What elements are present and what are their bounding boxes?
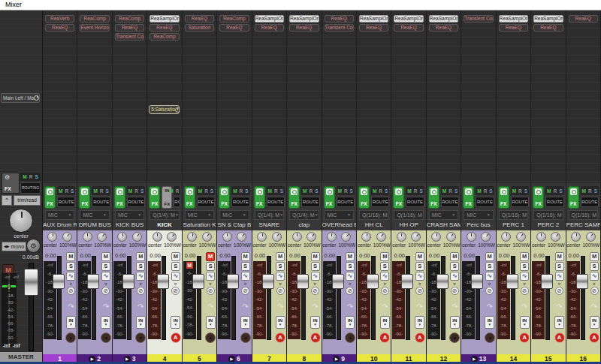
track-number[interactable]: 16 — [566, 354, 600, 364]
width-knob[interactable] — [376, 232, 386, 242]
fx-chain-area[interactable]: ReaSamplOmReaEQReaComp — [147, 11, 181, 183]
pan-knob[interactable] — [467, 232, 476, 242]
volume-value[interactable]: 0.00 — [569, 252, 580, 259]
monitor-input-button[interactable]: IN ▼ — [101, 316, 110, 329]
monitor-input-button[interactable]: IN ▼ — [171, 316, 180, 329]
solo-button[interactable]: S — [311, 262, 320, 271]
phase-button[interactable]: ⊘ — [67, 287, 75, 295]
mute-solo-indicators[interactable]: M R S — [337, 186, 355, 195]
master-mute-solo-indicators[interactable]: M R S — [20, 173, 41, 181]
fx-chain-area[interactable]: ReaEQ — [566, 11, 600, 183]
mute-solo-indicators[interactable]: M R S — [371, 186, 389, 195]
fx-button[interactable]: FX — [358, 186, 370, 209]
volume-fader[interactable] — [127, 256, 131, 340]
width-knob[interactable] — [446, 232, 456, 242]
track-name[interactable]: KICK — [147, 220, 181, 230]
monitor-input-button[interactable]: IN ▼ — [590, 316, 599, 329]
track-name[interactable]: PERC SAMPI — [566, 220, 600, 230]
fx-slot[interactable]: ReaEQ — [569, 15, 598, 23]
pan-knob[interactable] — [327, 232, 337, 242]
mute-button[interactable]: M — [415, 252, 424, 261]
track-name[interactable]: HH OP — [391, 220, 425, 230]
fx-button[interactable]: FX — [393, 186, 404, 209]
fx-slot[interactable]: ReaSamplOm — [394, 15, 423, 23]
mute-button[interactable]: M — [380, 252, 389, 261]
phase-button[interactable]: ⊘ — [276, 287, 285, 295]
track-number[interactable]: 12 — [427, 354, 461, 364]
route-button[interactable]: ROUTE — [231, 197, 249, 207]
track-name[interactable]: DRUM BUS — [77, 220, 111, 230]
record-arm-button[interactable] — [449, 332, 460, 343]
phase-button[interactable]: ⊘ — [415, 287, 424, 295]
mute-solo-indicators[interactable]: M R S — [406, 186, 424, 195]
pan-knob[interactable] — [571, 232, 581, 242]
send-pill[interactable]: 5:Saturatio — [149, 105, 179, 114]
volume-fader[interactable] — [545, 256, 550, 340]
solo-button[interactable]: S — [136, 262, 145, 271]
monitor-input-button[interactable]: IN ▼ — [240, 316, 250, 329]
fx-button[interactable]: FX — [254, 186, 265, 209]
master-automation-mode-button[interactable]: trim/read — [14, 195, 41, 206]
fx-slot[interactable]: ReaEQ — [394, 24, 423, 32]
fader-handle[interactable] — [53, 274, 65, 289]
fx-chain-area[interactable]: ReaVerbReaEQ — [43, 11, 77, 183]
solo-button[interactable]: S — [415, 262, 424, 271]
width-knob[interactable] — [307, 232, 316, 242]
width-knob[interactable] — [516, 232, 526, 242]
master-output-knob[interactable] — [34, 95, 39, 101]
track-name[interactable]: SNARE — [252, 220, 286, 230]
width-knob[interactable] — [586, 232, 596, 242]
fx-slot[interactable]: ReaSamplOm — [149, 15, 179, 23]
mute-button[interactable]: M — [346, 252, 355, 261]
track-number[interactable]: 11 — [391, 354, 425, 364]
route-button[interactable]: ROUTE — [371, 197, 389, 207]
master-output-send[interactable]: Main Left / Ma — [1, 93, 40, 103]
monitor-input-button[interactable]: IN ▼ — [206, 316, 216, 329]
volume-value[interactable]: 0.00 — [499, 252, 510, 259]
volume-value[interactable]: 0.00 — [185, 252, 196, 259]
pan-knob[interactable] — [501, 232, 511, 242]
fx-button[interactable]: FX — [533, 186, 544, 209]
fader-handle[interactable] — [436, 274, 448, 289]
route-button[interactable]: ROUTE — [545, 197, 563, 207]
fx-slot[interactable]: ReaSamplOm — [499, 15, 528, 23]
width-knob[interactable] — [481, 232, 491, 242]
fader-handle[interactable] — [192, 274, 204, 289]
fader-handle[interactable] — [157, 274, 169, 289]
master-fx-button[interactable]: ⚙ FX — [2, 173, 20, 194]
fx-slot[interactable]: ReaEQ — [219, 24, 249, 32]
width-knob[interactable] — [132, 232, 142, 242]
pan-knob[interactable] — [361, 232, 371, 242]
volume-value[interactable]: 0.00 — [429, 252, 440, 259]
track-number[interactable]: 10 — [357, 354, 391, 364]
track-name[interactable]: KICK BUS — [113, 220, 146, 230]
solo-button[interactable]: S — [485, 262, 494, 271]
envelope-button[interactable]: ∿ — [450, 272, 459, 281]
pan-knob[interactable] — [257, 232, 267, 242]
record-arm-button[interactable]: A — [415, 332, 425, 343]
mute-solo-indicators[interactable]: M R S — [441, 186, 459, 195]
track-number[interactable]: 15 — [531, 354, 565, 364]
fader-handle[interactable] — [506, 274, 518, 289]
mute-button[interactable]: M — [241, 252, 250, 261]
solo-button[interactable]: S — [171, 262, 180, 271]
mute-button[interactable]: M — [590, 252, 599, 261]
fx-chain-area[interactable]: ReaCompReaEQTransient Con — [113, 11, 146, 183]
width-knob[interactable] — [62, 232, 72, 242]
fx-slot[interactable]: ReaComp — [80, 15, 109, 23]
input-selector[interactable]: MIC ▼ — [325, 210, 354, 220]
master-gear-button[interactable]: ⚙ — [26, 239, 41, 253]
fx-slot[interactable]: Transient Con — [464, 15, 493, 23]
track-number[interactable]: ▶3 — [113, 354, 146, 364]
envelope-button[interactable]: ∿ — [415, 272, 424, 281]
track-number[interactable]: 5 — [183, 354, 216, 364]
route-button[interactable]: ROUTE — [441, 197, 459, 207]
volume-value[interactable]: 0.00 — [45, 252, 56, 259]
phase-button[interactable]: ⊘ — [346, 287, 354, 295]
fx-chain-area[interactable]: ReaEQSaturation — [183, 11, 216, 183]
phase-button[interactable]: ⊘ — [137, 287, 145, 295]
fx-chain-area[interactable]: ReaSamplOmReaEQ — [287, 11, 321, 183]
width-knob[interactable] — [97, 232, 107, 242]
input-selector[interactable]: Q(1/4): M ▼ — [255, 210, 284, 220]
mute-solo-indicators[interactable]: M R S — [267, 186, 285, 195]
